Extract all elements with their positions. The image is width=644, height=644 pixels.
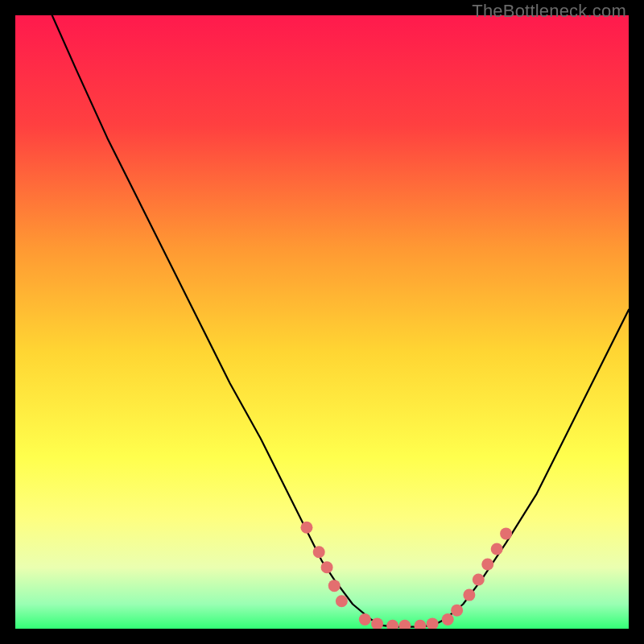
data-dot [500, 527, 512, 539]
data-dot [328, 580, 341, 592]
data-dot [313, 546, 325, 558]
data-dot [451, 605, 463, 617]
chart-svg [15, 15, 629, 629]
data-dot [463, 589, 475, 601]
chart-frame [15, 15, 629, 629]
data-dot [481, 558, 493, 570]
data-dot [359, 613, 371, 625]
data-dot [321, 561, 333, 573]
watermark-text: TheBottleneck.com [472, 1, 626, 22]
data-dot [491, 543, 503, 555]
data-dot [336, 595, 348, 607]
gradient-background [15, 15, 629, 629]
data-dot [442, 613, 454, 625]
data-dot [473, 574, 485, 586]
data-dot [300, 522, 312, 534]
